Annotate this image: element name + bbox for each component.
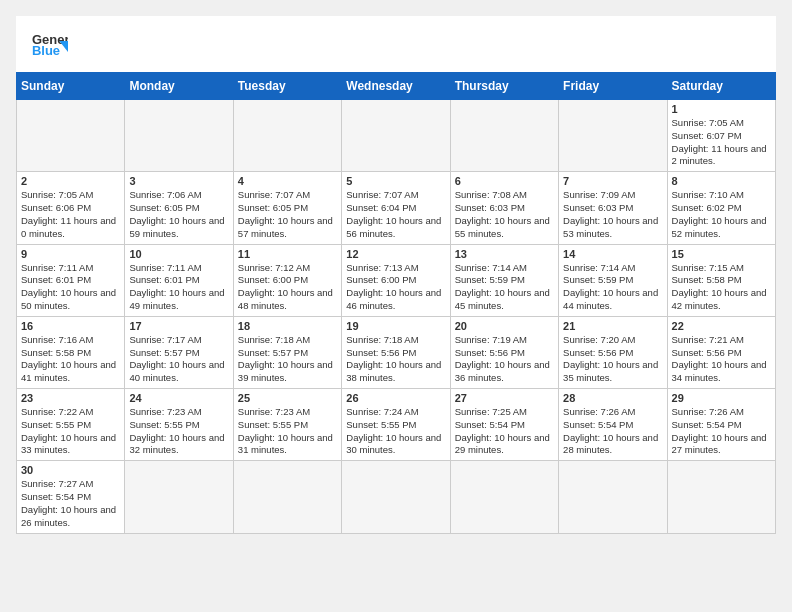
calendar-cell: 21Sunrise: 7:20 AM Sunset: 5:56 PM Dayli… <box>559 316 667 388</box>
day-number: 27 <box>455 392 554 404</box>
day-number: 19 <box>346 320 445 332</box>
day-info: Sunrise: 7:25 AM Sunset: 5:54 PM Dayligh… <box>455 406 554 457</box>
day-info: Sunrise: 7:27 AM Sunset: 5:54 PM Dayligh… <box>21 478 120 529</box>
weekday-header-monday: Monday <box>125 73 233 100</box>
logo: General Blue <box>32 28 68 64</box>
weekday-header-sunday: Sunday <box>17 73 125 100</box>
day-number: 29 <box>672 392 771 404</box>
day-info: Sunrise: 7:26 AM Sunset: 5:54 PM Dayligh… <box>563 406 662 457</box>
calendar-cell: 4Sunrise: 7:07 AM Sunset: 6:05 PM Daylig… <box>233 172 341 244</box>
calendar-cell: 17Sunrise: 7:17 AM Sunset: 5:57 PM Dayli… <box>125 316 233 388</box>
day-number: 14 <box>563 248 662 260</box>
day-number: 23 <box>21 392 120 404</box>
day-info: Sunrise: 7:12 AM Sunset: 6:00 PM Dayligh… <box>238 262 337 313</box>
calendar-cell: 7Sunrise: 7:09 AM Sunset: 6:03 PM Daylig… <box>559 172 667 244</box>
weekday-header-friday: Friday <box>559 73 667 100</box>
calendar-cell: 16Sunrise: 7:16 AM Sunset: 5:58 PM Dayli… <box>17 316 125 388</box>
calendar-cell: 22Sunrise: 7:21 AM Sunset: 5:56 PM Dayli… <box>667 316 775 388</box>
day-number: 26 <box>346 392 445 404</box>
calendar-cell: 5Sunrise: 7:07 AM Sunset: 6:04 PM Daylig… <box>342 172 450 244</box>
svg-text:Blue: Blue <box>32 43 60 58</box>
logo-icon: General Blue <box>32 28 68 64</box>
day-info: Sunrise: 7:15 AM Sunset: 5:58 PM Dayligh… <box>672 262 771 313</box>
calendar-cell: 14Sunrise: 7:14 AM Sunset: 5:59 PM Dayli… <box>559 244 667 316</box>
calendar-cell: 18Sunrise: 7:18 AM Sunset: 5:57 PM Dayli… <box>233 316 341 388</box>
calendar-cell: 26Sunrise: 7:24 AM Sunset: 5:55 PM Dayli… <box>342 389 450 461</box>
calendar-cell: 9Sunrise: 7:11 AM Sunset: 6:01 PM Daylig… <box>17 244 125 316</box>
day-info: Sunrise: 7:05 AM Sunset: 6:06 PM Dayligh… <box>21 189 120 240</box>
calendar-page: General Blue SundayMondayTuesdayWednesda… <box>16 16 776 534</box>
calendar-cell: 13Sunrise: 7:14 AM Sunset: 5:59 PM Dayli… <box>450 244 558 316</box>
day-number: 21 <box>563 320 662 332</box>
day-info: Sunrise: 7:23 AM Sunset: 5:55 PM Dayligh… <box>129 406 228 457</box>
calendar-cell <box>233 461 341 533</box>
day-info: Sunrise: 7:11 AM Sunset: 6:01 PM Dayligh… <box>21 262 120 313</box>
day-number: 7 <box>563 175 662 187</box>
day-info: Sunrise: 7:14 AM Sunset: 5:59 PM Dayligh… <box>455 262 554 313</box>
day-info: Sunrise: 7:07 AM Sunset: 6:05 PM Dayligh… <box>238 189 337 240</box>
calendar-cell: 3Sunrise: 7:06 AM Sunset: 6:05 PM Daylig… <box>125 172 233 244</box>
calendar-cell: 20Sunrise: 7:19 AM Sunset: 5:56 PM Dayli… <box>450 316 558 388</box>
calendar-cell <box>17 100 125 172</box>
day-number: 5 <box>346 175 445 187</box>
calendar-cell <box>450 100 558 172</box>
day-number: 1 <box>672 103 771 115</box>
day-number: 11 <box>238 248 337 260</box>
day-number: 16 <box>21 320 120 332</box>
day-number: 3 <box>129 175 228 187</box>
day-number: 6 <box>455 175 554 187</box>
calendar-cell <box>125 100 233 172</box>
day-number: 4 <box>238 175 337 187</box>
weekday-header-saturday: Saturday <box>667 73 775 100</box>
day-number: 30 <box>21 464 120 476</box>
day-number: 9 <box>21 248 120 260</box>
day-number: 12 <box>346 248 445 260</box>
day-info: Sunrise: 7:18 AM Sunset: 5:57 PM Dayligh… <box>238 334 337 385</box>
day-info: Sunrise: 7:23 AM Sunset: 5:55 PM Dayligh… <box>238 406 337 457</box>
day-info: Sunrise: 7:09 AM Sunset: 6:03 PM Dayligh… <box>563 189 662 240</box>
calendar-cell: 6Sunrise: 7:08 AM Sunset: 6:03 PM Daylig… <box>450 172 558 244</box>
calendar-cell <box>342 100 450 172</box>
calendar-cell: 11Sunrise: 7:12 AM Sunset: 6:00 PM Dayli… <box>233 244 341 316</box>
day-info: Sunrise: 7:22 AM Sunset: 5:55 PM Dayligh… <box>21 406 120 457</box>
day-number: 25 <box>238 392 337 404</box>
day-info: Sunrise: 7:11 AM Sunset: 6:01 PM Dayligh… <box>129 262 228 313</box>
day-info: Sunrise: 7:20 AM Sunset: 5:56 PM Dayligh… <box>563 334 662 385</box>
day-info: Sunrise: 7:21 AM Sunset: 5:56 PM Dayligh… <box>672 334 771 385</box>
day-info: Sunrise: 7:19 AM Sunset: 5:56 PM Dayligh… <box>455 334 554 385</box>
day-info: Sunrise: 7:08 AM Sunset: 6:03 PM Dayligh… <box>455 189 554 240</box>
calendar-cell: 28Sunrise: 7:26 AM Sunset: 5:54 PM Dayli… <box>559 389 667 461</box>
day-number: 18 <box>238 320 337 332</box>
day-number: 10 <box>129 248 228 260</box>
day-info: Sunrise: 7:05 AM Sunset: 6:07 PM Dayligh… <box>672 117 771 168</box>
calendar-cell <box>559 461 667 533</box>
calendar-cell: 23Sunrise: 7:22 AM Sunset: 5:55 PM Dayli… <box>17 389 125 461</box>
day-info: Sunrise: 7:18 AM Sunset: 5:56 PM Dayligh… <box>346 334 445 385</box>
day-info: Sunrise: 7:16 AM Sunset: 5:58 PM Dayligh… <box>21 334 120 385</box>
day-info: Sunrise: 7:14 AM Sunset: 5:59 PM Dayligh… <box>563 262 662 313</box>
calendar-cell <box>667 461 775 533</box>
day-number: 20 <box>455 320 554 332</box>
calendar-cell <box>559 100 667 172</box>
day-info: Sunrise: 7:07 AM Sunset: 6:04 PM Dayligh… <box>346 189 445 240</box>
day-number: 15 <box>672 248 771 260</box>
day-number: 13 <box>455 248 554 260</box>
calendar-cell: 8Sunrise: 7:10 AM Sunset: 6:02 PM Daylig… <box>667 172 775 244</box>
weekday-header-wednesday: Wednesday <box>342 73 450 100</box>
day-info: Sunrise: 7:24 AM Sunset: 5:55 PM Dayligh… <box>346 406 445 457</box>
day-number: 22 <box>672 320 771 332</box>
day-info: Sunrise: 7:10 AM Sunset: 6:02 PM Dayligh… <box>672 189 771 240</box>
day-number: 24 <box>129 392 228 404</box>
day-number: 2 <box>21 175 120 187</box>
calendar-table: SundayMondayTuesdayWednesdayThursdayFrid… <box>16 72 776 534</box>
calendar-cell: 10Sunrise: 7:11 AM Sunset: 6:01 PM Dayli… <box>125 244 233 316</box>
calendar-cell: 24Sunrise: 7:23 AM Sunset: 5:55 PM Dayli… <box>125 389 233 461</box>
header: General Blue <box>16 16 776 72</box>
calendar-cell: 15Sunrise: 7:15 AM Sunset: 5:58 PM Dayli… <box>667 244 775 316</box>
calendar-cell: 2Sunrise: 7:05 AM Sunset: 6:06 PM Daylig… <box>17 172 125 244</box>
calendar-cell <box>450 461 558 533</box>
calendar-cell: 19Sunrise: 7:18 AM Sunset: 5:56 PM Dayli… <box>342 316 450 388</box>
calendar-cell <box>233 100 341 172</box>
calendar-cell: 1Sunrise: 7:05 AM Sunset: 6:07 PM Daylig… <box>667 100 775 172</box>
calendar-cell: 29Sunrise: 7:26 AM Sunset: 5:54 PM Dayli… <box>667 389 775 461</box>
